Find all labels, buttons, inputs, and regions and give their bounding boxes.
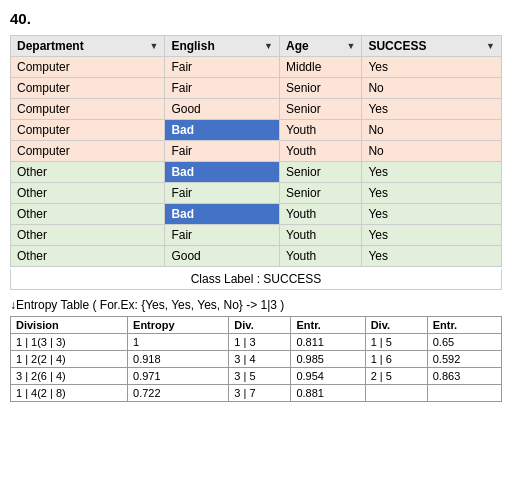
cell-english: Good — [165, 99, 280, 120]
entropy-cell: 0.881 — [291, 385, 365, 402]
main-table: Department ▼ English ▼ Age ▼ SUCCESS — [10, 35, 502, 267]
cell-success: No — [362, 78, 502, 99]
entropy-cell — [427, 385, 501, 402]
filter-icon-dept[interactable]: ▼ — [149, 41, 158, 51]
entropy-cell: 0.985 — [291, 351, 365, 368]
col-department: Department ▼ — [11, 36, 165, 57]
entropy-cell: 2 | 5 — [365, 368, 427, 385]
filter-icon-age[interactable]: ▼ — [346, 41, 355, 51]
cell-dept: Other — [11, 204, 165, 225]
table-row: OtherBadSeniorYes — [11, 162, 502, 183]
col-success: SUCCESS ▼ — [362, 36, 502, 57]
entropy-cell: 1 | 6 — [365, 351, 427, 368]
entropy-col-division: Division — [11, 317, 128, 334]
entropy-col-div2: Div. — [229, 317, 291, 334]
cell-english: Fair — [165, 57, 280, 78]
cell-dept: Other — [11, 162, 165, 183]
cell-success: Yes — [362, 99, 502, 120]
table-row: OtherGoodYouthYes — [11, 246, 502, 267]
cell-age: Youth — [279, 120, 361, 141]
cell-dept: Computer — [11, 141, 165, 162]
cell-age: Youth — [279, 246, 361, 267]
entropy-cell: 1 | 1(3 | 3) — [11, 334, 128, 351]
entropy-cell: 0.863 — [427, 368, 501, 385]
filter-icon-success[interactable]: ▼ — [486, 41, 495, 51]
entropy-cell: 0.918 — [128, 351, 229, 368]
cell-dept: Other — [11, 183, 165, 204]
cell-english: Fair — [165, 78, 280, 99]
cell-english: Bad — [165, 120, 280, 141]
cell-success: Yes — [362, 57, 502, 78]
table-row: OtherFairYouthYes — [11, 225, 502, 246]
cell-age: Senior — [279, 183, 361, 204]
cell-english: Good — [165, 246, 280, 267]
cell-english: Bad — [165, 204, 280, 225]
entropy-col-entropy: Entropy — [128, 317, 229, 334]
cell-age: Senior — [279, 78, 361, 99]
cell-success: No — [362, 141, 502, 162]
table-row: ComputerFairYouthNo — [11, 141, 502, 162]
entropy-cell: 1 | 3 — [229, 334, 291, 351]
entropy-cell: 0.65 — [427, 334, 501, 351]
cell-english: Fair — [165, 183, 280, 204]
entropy-table: Division Entropy Div. Entr. Div. Entr. 1… — [10, 316, 502, 402]
entropy-row: 1 | 2(2 | 4)0.9183 | 40.9851 | 60.592 — [11, 351, 502, 368]
entropy-cell: 0.722 — [128, 385, 229, 402]
entropy-row: 3 | 2(6 | 4)0.9713 | 50.9542 | 50.863 — [11, 368, 502, 385]
entropy-cell: 0.971 — [128, 368, 229, 385]
cell-age: Middle — [279, 57, 361, 78]
table-header-row: Department ▼ English ▼ Age ▼ SUCCESS — [11, 36, 502, 57]
entropy-row: 1 | 4(2 | 8)0.7223 | 70.881 — [11, 385, 502, 402]
entropy-col-entr2: Entr. — [291, 317, 365, 334]
entropy-cell: 1 | 4(2 | 8) — [11, 385, 128, 402]
cell-success: Yes — [362, 162, 502, 183]
table-row: ComputerBadYouthNo — [11, 120, 502, 141]
col-english: English ▼ — [165, 36, 280, 57]
entropy-cell: 1 — [128, 334, 229, 351]
entropy-cell: 3 | 7 — [229, 385, 291, 402]
cell-dept: Computer — [11, 99, 165, 120]
col-age: Age ▼ — [279, 36, 361, 57]
entropy-col-div3: Div. — [365, 317, 427, 334]
entropy-col-entr3: Entr. — [427, 317, 501, 334]
cell-dept: Other — [11, 225, 165, 246]
cell-english: Fair — [165, 141, 280, 162]
table-row: OtherFairSeniorYes — [11, 183, 502, 204]
cell-age: Senior — [279, 99, 361, 120]
question-number: 40. — [10, 10, 502, 27]
entropy-cell — [365, 385, 427, 402]
cell-age: Senior — [279, 162, 361, 183]
table-row: ComputerFairSeniorNo — [11, 78, 502, 99]
cell-english: Bad — [165, 162, 280, 183]
cell-dept: Computer — [11, 120, 165, 141]
cell-age: Youth — [279, 204, 361, 225]
entropy-header: ↓Entropy Table ( For.Ex: {Yes, Yes, Yes,… — [10, 298, 502, 312]
filter-icon-english[interactable]: ▼ — [264, 41, 273, 51]
cell-english: Fair — [165, 225, 280, 246]
entropy-cell: 0.811 — [291, 334, 365, 351]
entropy-cell: 3 | 4 — [229, 351, 291, 368]
table-row: OtherBadYouthYes — [11, 204, 502, 225]
cell-success: Yes — [362, 225, 502, 246]
class-label: Class Label : SUCCESS — [10, 269, 502, 290]
cell-success: Yes — [362, 246, 502, 267]
entropy-cell: 1 | 2(2 | 4) — [11, 351, 128, 368]
entropy-cell: 0.592 — [427, 351, 501, 368]
table-row: ComputerFairMiddleYes — [11, 57, 502, 78]
cell-success: Yes — [362, 204, 502, 225]
entropy-cell: 3 | 5 — [229, 368, 291, 385]
entropy-cell: 3 | 2(6 | 4) — [11, 368, 128, 385]
entropy-header-row: Division Entropy Div. Entr. Div. Entr. — [11, 317, 502, 334]
cell-success: Yes — [362, 183, 502, 204]
cell-age: Youth — [279, 141, 361, 162]
cell-success: No — [362, 120, 502, 141]
cell-age: Youth — [279, 225, 361, 246]
cell-dept: Computer — [11, 78, 165, 99]
entropy-cell: 0.954 — [291, 368, 365, 385]
entropy-cell: 1 | 5 — [365, 334, 427, 351]
table-row: ComputerGoodSeniorYes — [11, 99, 502, 120]
cell-dept: Computer — [11, 57, 165, 78]
cell-dept: Other — [11, 246, 165, 267]
entropy-row: 1 | 1(3 | 3)11 | 30.8111 | 50.65 — [11, 334, 502, 351]
